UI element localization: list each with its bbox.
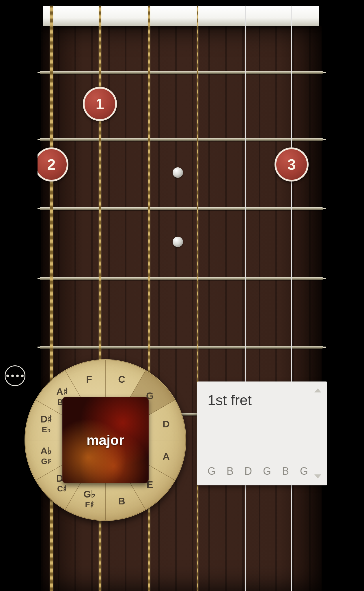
chord-note: G <box>208 465 216 477</box>
svg-text:F♯: F♯ <box>85 500 94 509</box>
chord-note: B <box>227 465 234 477</box>
svg-text:G♭: G♭ <box>83 489 96 500</box>
svg-text:A♭: A♭ <box>40 445 52 456</box>
svg-text:D♯: D♯ <box>40 414 52 424</box>
svg-text:D: D <box>163 418 170 429</box>
svg-text:E♭: E♭ <box>42 425 51 434</box>
svg-text:C♯: C♯ <box>57 484 67 493</box>
chord-note: D <box>244 465 252 477</box>
chord-quality-label: major <box>87 432 124 448</box>
wheel-drag-handle[interactable] <box>5 365 25 386</box>
chord-note: G <box>300 465 308 477</box>
position-title: 1st fret <box>208 392 317 409</box>
chord-wheel[interactable]: FCGDAEBG♭F♯D♭C♯A♭G♯D♯E♭A♯B♭ major <box>25 359 186 521</box>
next-position-button[interactable] <box>314 474 321 478</box>
position-panel: 1st fret GBDGBG <box>197 381 327 485</box>
prev-position-button[interactable] <box>314 388 321 392</box>
svg-text:G♯: G♯ <box>41 457 51 466</box>
chord-note: G <box>263 465 271 477</box>
svg-text:B: B <box>118 495 125 506</box>
svg-text:F: F <box>86 374 92 385</box>
svg-text:C: C <box>118 374 125 385</box>
chord-quality-chip[interactable]: major <box>62 397 149 483</box>
svg-text:A: A <box>163 451 170 462</box>
chord-note: B <box>282 465 289 477</box>
chord-notes: GBDGBG <box>208 465 317 477</box>
svg-text:A♯: A♯ <box>56 386 68 397</box>
